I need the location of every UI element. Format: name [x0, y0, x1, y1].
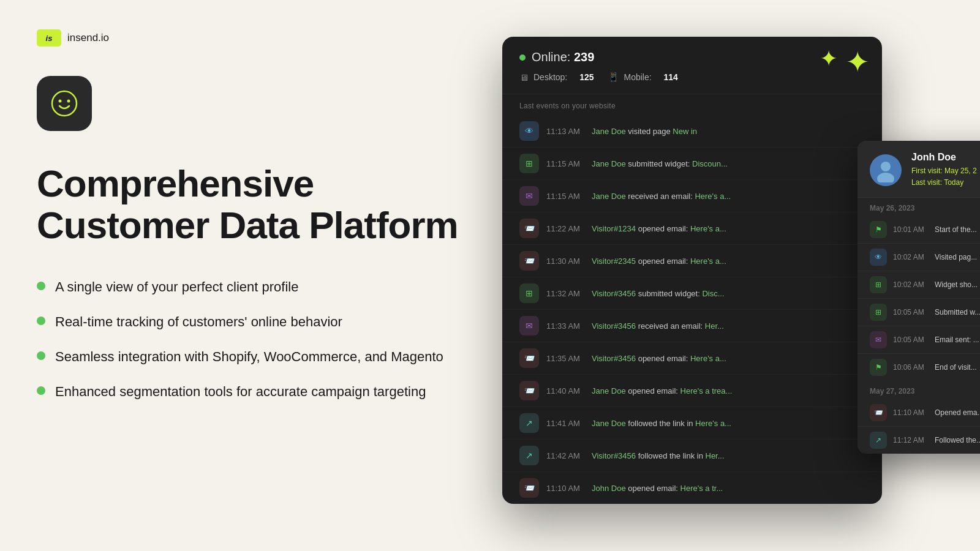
event-link: Here's a... [690, 257, 726, 266]
detail-event-row: ⚑10:06 AMEnd of visit... [858, 354, 980, 381]
event-text: John Doe opened email: Here's a tr... [592, 484, 865, 493]
detail-event-row: 👁10:02 AMVisited pag... [858, 244, 980, 271]
event-text: Jane Doe received an email: Here's a... [592, 192, 865, 201]
event-time: 11:32 AM [546, 289, 584, 298]
event-link: Her... [706, 451, 725, 460]
event-name: Visitor#2345 [592, 257, 636, 266]
event-row: 📨11:30 AMVisitor#2345 opened email: Here… [502, 245, 882, 277]
detail-event-time: 10:02 AM [893, 280, 929, 289]
event-row: ↗11:41 AMJane Doe followed the link in H… [502, 407, 882, 440]
event-action: followed the link in [626, 419, 695, 428]
detail-event-text: Opened ema... [935, 408, 980, 417]
event-link: Her... [705, 321, 724, 331]
main-card: Online: 239 🖥 Desktop: 125 📱 Mobile: 114… [502, 37, 882, 504]
email-open-icon: 📨 [519, 478, 539, 498]
sparkle-area: ✦ ✦ [820, 48, 870, 77]
svg-point-4 [877, 173, 894, 182]
event-time: 11:33 AM [546, 321, 584, 331]
logo-badge: is [37, 29, 61, 47]
detail-event-row: ⊞10:05 AMSubmitted w... [858, 299, 980, 326]
event-link: Here's a... [690, 224, 726, 233]
event-name: Visitor#1234 [592, 224, 636, 233]
date-section-label: May 27, 2023 [858, 381, 980, 399]
widget-icon: ⊞ [519, 283, 539, 303]
event-name: Jane Doe [592, 127, 626, 136]
sparkle-large: ✦ [845, 48, 870, 77]
detail-link-icon: ↗ [870, 432, 887, 449]
event-time: 11:42 AM [546, 451, 584, 460]
detail-event-row: ✉10:05 AMEmail sent: ... [858, 326, 980, 354]
event-action: followed the link in [636, 451, 705, 460]
device-row: 🖥 Desktop: 125 📱 Mobile: 114 [519, 72, 865, 83]
event-row: ✉11:33 AMVisitor#3456 received an email:… [502, 310, 882, 342]
event-row: 👁11:13 AMJane Doe visited page New in [502, 115, 882, 148]
event-time: 11:15 AM [546, 159, 584, 168]
right-panel: Online: 239 🖥 Desktop: 125 📱 Mobile: 114… [502, 0, 980, 551]
event-action: received an email: [636, 321, 705, 331]
event-action: submitted widget: [636, 289, 702, 298]
event-text: Jane Doe opened email: Here's a trea... [592, 386, 865, 395]
link-icon: ↗ [519, 446, 539, 465]
email-open-icon: 📨 [519, 381, 539, 400]
detail-event-time: 10:06 AM [893, 363, 929, 372]
detail-event-time: 11:12 AM [893, 436, 929, 444]
detail-events: 📨11:10 AMOpened ema...↗11:12 AMFollowed … [858, 399, 980, 454]
detail-eye-icon: 👁 [870, 249, 887, 266]
event-link: Here's a... [690, 354, 726, 363]
event-name: Visitor#3456 [592, 451, 636, 460]
event-row: 📨11:35 AMVisitor#3456 opened email: Here… [502, 342, 882, 375]
event-row: 📨11:10 AMJohn Doe opened email: Here's a… [502, 472, 882, 504]
event-action: submitted widget: [626, 159, 692, 168]
event-link: Here's a trea... [680, 386, 733, 395]
event-row: ↗11:42 AMVisitor#3456 followed the link … [502, 440, 882, 472]
event-action: opened email: [636, 354, 690, 363]
event-time: 11:41 AM [546, 419, 584, 428]
bullet-dot-4 [37, 386, 45, 395]
avatar [870, 154, 902, 186]
online-dot [519, 54, 526, 61]
event-name: Jane Doe [592, 159, 626, 168]
detail-event-text: Widget sho... [935, 280, 980, 289]
event-row: ⊞11:32 AMVisitor#3456 submitted widget: … [502, 277, 882, 310]
svg-point-1 [59, 100, 62, 103]
detail-widget-icon: ⊞ [870, 276, 887, 293]
email-open-icon: 📨 [519, 348, 539, 368]
detail-event-row: ⊞10:02 AMWidget sho... [858, 271, 980, 299]
bullet-item-1: A single view of your perfect client pro… [37, 278, 466, 297]
events-list: 👁11:13 AMJane Doe visited page New in⊞11… [502, 115, 882, 504]
link-icon: ↗ [519, 413, 539, 433]
bullet-item-4: Enhanced segmentation tools for accurate… [37, 383, 466, 402]
card-header: Online: 239 🖥 Desktop: 125 📱 Mobile: 114… [502, 37, 882, 94]
detail-widget-icon: ⊞ [870, 304, 887, 321]
detail-event-time: 10:01 AM [893, 225, 929, 234]
event-time: 11:15 AM [546, 192, 584, 201]
event-name: Jane Doe [592, 419, 626, 428]
detail-event-time: 10:02 AM [893, 253, 929, 261]
app-icon [37, 76, 92, 131]
smiley-icon [50, 89, 79, 118]
detail-sections: May 26, 2023⚑10:01 AMStart of the...👁10:… [858, 198, 980, 454]
event-text: Visitor#3456 submitted widget: Disc... [592, 289, 865, 298]
event-link: Disc... [702, 289, 724, 298]
desktop-stat: 🖥 Desktop: 125 [519, 72, 594, 83]
detail-events: ⚑10:01 AMStart of the...👁10:02 AMVisited… [858, 216, 980, 381]
event-action: opened email: [636, 257, 690, 266]
detail-event-row: ↗11:12 AMFollowed the... [858, 427, 980, 454]
bullet-item-3: Seamless integration with Shopify, WooCo… [37, 348, 466, 367]
detail-event-text: Start of the... [935, 225, 980, 234]
date-section-label: May 26, 2023 [858, 198, 980, 216]
event-text: Visitor#3456 opened email: Here's a... [592, 354, 865, 363]
detail-event-time: 10:05 AM [893, 335, 929, 344]
detail-event-time: 11:10 AM [893, 408, 929, 417]
event-link: Here's a... [695, 192, 731, 201]
logo-text: insend.io [67, 32, 109, 44]
event-text: Visitor#3456 received an email: Her... [592, 321, 865, 331]
detail-email-icon: ✉ [870, 331, 887, 348]
email-open-icon: 📨 [519, 251, 539, 271]
detail-event-time: 10:05 AM [893, 308, 929, 317]
event-name: Visitor#3456 [592, 354, 636, 363]
event-text: Jane Doe submitted widget: Discoun... [592, 159, 865, 168]
event-action: opened email: [636, 224, 690, 233]
detail-event-row: 📨11:10 AMOpened ema... [858, 399, 980, 427]
event-row: 📨11:22 AMVisitor#1234 opened email: Here… [502, 212, 882, 245]
